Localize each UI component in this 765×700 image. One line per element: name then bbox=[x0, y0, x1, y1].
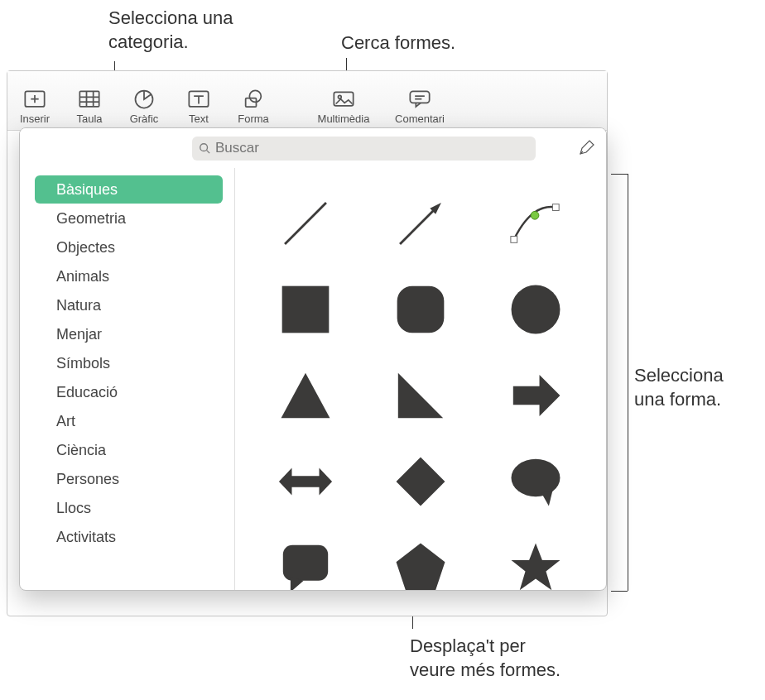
svg-rect-26 bbox=[553, 204, 560, 211]
svg-marker-41 bbox=[512, 544, 561, 590]
toolbar-media[interactable]: Multimèdia bbox=[306, 89, 382, 125]
category-item[interactable]: Objectes bbox=[35, 233, 223, 261]
svg-point-30 bbox=[512, 285, 561, 334]
shape-circle[interactable] bbox=[481, 269, 591, 350]
category-item[interactable]: Bàsiques bbox=[35, 175, 223, 204]
shape-pentagon[interactable] bbox=[365, 527, 475, 590]
category-item[interactable]: Símbols bbox=[35, 349, 223, 377]
toolbar-insert-label: Inserir bbox=[20, 113, 50, 125]
callout-select-category: Selecciona una categoria. bbox=[108, 7, 233, 54]
svg-line-23 bbox=[400, 207, 437, 244]
shape-triangle[interactable] bbox=[250, 355, 360, 436]
app-window: Inserir Taula Gràfic Text Forma bbox=[7, 70, 608, 616]
svg-line-22 bbox=[285, 203, 326, 244]
category-item[interactable]: Animals bbox=[35, 262, 223, 290]
category-label: Art bbox=[56, 413, 75, 430]
shape-square[interactable] bbox=[250, 269, 360, 350]
media-icon bbox=[332, 89, 355, 109]
svg-line-20 bbox=[207, 151, 210, 154]
svg-rect-28 bbox=[281, 286, 329, 333]
toolbar-comment-label: Comentari bbox=[395, 113, 445, 125]
category-label: Símbols bbox=[56, 355, 110, 372]
shape-arrow-line[interactable] bbox=[365, 183, 475, 264]
category-label: Llocs bbox=[56, 500, 91, 517]
toolbar-text-label: Text bbox=[189, 113, 209, 125]
category-label: Activitats bbox=[56, 529, 116, 546]
search-icon bbox=[199, 142, 210, 154]
category-label: Natura bbox=[56, 297, 101, 314]
chart-icon bbox=[132, 89, 156, 109]
shape-diamond[interactable] bbox=[365, 441, 475, 522]
svg-rect-29 bbox=[397, 286, 445, 333]
toolbar-chart-label: Gràfic bbox=[130, 113, 159, 125]
svg-point-36 bbox=[512, 459, 561, 496]
toolbar-chart[interactable]: Gràfic bbox=[117, 89, 171, 125]
callout-search-shapes: Cerca formes. bbox=[341, 31, 455, 55]
category-label: Animals bbox=[56, 268, 109, 285]
category-label: Educació bbox=[56, 384, 118, 401]
toolbar-shape[interactable]: Forma bbox=[226, 89, 281, 125]
shape-right-triangle[interactable] bbox=[365, 355, 475, 436]
shape-speech-bubble-oval[interactable] bbox=[481, 441, 591, 522]
search-box[interactable] bbox=[192, 137, 536, 161]
table-icon bbox=[78, 89, 101, 109]
shape-rounded-square[interactable] bbox=[365, 269, 475, 350]
category-item[interactable]: Ciència bbox=[35, 436, 223, 464]
shape-star[interactable] bbox=[481, 527, 591, 590]
shape-line[interactable] bbox=[250, 183, 360, 264]
shape-curve-editable[interactable] bbox=[481, 183, 591, 264]
category-label: Bàsiques bbox=[56, 181, 118, 199]
shape-icon bbox=[242, 89, 265, 109]
toolbar-media-label: Multimèdia bbox=[318, 113, 370, 125]
svg-rect-16 bbox=[410, 92, 429, 103]
callout-scroll-more: Desplaça't per veure més formes. bbox=[410, 635, 561, 682]
svg-marker-31 bbox=[281, 373, 330, 418]
category-label: Ciència bbox=[56, 442, 106, 459]
shape-arrow-left-right[interactable] bbox=[250, 441, 360, 522]
svg-marker-33 bbox=[513, 375, 561, 416]
pen-tool-icon[interactable] bbox=[578, 140, 594, 156]
category-item[interactable]: Natura bbox=[35, 291, 223, 319]
toolbar-comment[interactable]: Comentari bbox=[382, 89, 458, 125]
category-label: Geometria bbox=[56, 210, 126, 228]
category-item[interactable]: Persones bbox=[35, 465, 223, 493]
svg-point-12 bbox=[249, 91, 261, 103]
toolbar-table-label: Taula bbox=[76, 113, 102, 125]
popup-header bbox=[20, 128, 606, 168]
callout-line bbox=[611, 174, 628, 175]
svg-marker-32 bbox=[398, 373, 443, 418]
svg-rect-3 bbox=[79, 92, 99, 108]
toolbar-table[interactable]: Taula bbox=[62, 89, 117, 125]
svg-marker-40 bbox=[397, 544, 445, 590]
svg-point-27 bbox=[531, 211, 539, 219]
svg-point-19 bbox=[200, 144, 208, 151]
search-input[interactable] bbox=[215, 140, 529, 156]
shape-arrow-right[interactable] bbox=[481, 355, 591, 436]
category-label: Objectes bbox=[56, 239, 115, 257]
insert-icon bbox=[23, 89, 46, 109]
svg-marker-34 bbox=[279, 467, 332, 495]
shapes-area[interactable] bbox=[235, 168, 606, 590]
category-label: Menjar bbox=[56, 326, 102, 343]
comment-icon bbox=[408, 89, 431, 109]
callout-select-shape: Selecciona una forma. bbox=[634, 364, 724, 411]
shape-speech-bubble-rect[interactable] bbox=[250, 527, 360, 590]
svg-marker-37 bbox=[541, 491, 553, 506]
category-item[interactable]: Geometria bbox=[35, 204, 223, 233]
category-item[interactable]: Art bbox=[35, 407, 223, 435]
toolbar: Inserir Taula Gràfic Text Forma bbox=[7, 71, 607, 131]
text-icon bbox=[187, 89, 210, 109]
category-item[interactable]: Educació bbox=[35, 378, 223, 406]
category-label: Persones bbox=[56, 471, 119, 488]
category-item[interactable]: Menjar bbox=[35, 320, 223, 348]
toolbar-insert[interactable]: Inserir bbox=[7, 89, 62, 125]
category-item[interactable]: Activitats bbox=[35, 523, 223, 551]
svg-marker-35 bbox=[397, 458, 445, 506]
callout-line bbox=[611, 591, 628, 592]
toolbar-shape-label: Forma bbox=[238, 113, 269, 125]
svg-rect-38 bbox=[282, 545, 327, 581]
callout-line bbox=[628, 174, 628, 591]
category-sidebar: Bàsiques Geometria Objectes Animals Natu… bbox=[20, 168, 235, 590]
toolbar-text[interactable]: Text bbox=[171, 89, 226, 125]
category-item[interactable]: Llocs bbox=[35, 494, 223, 522]
